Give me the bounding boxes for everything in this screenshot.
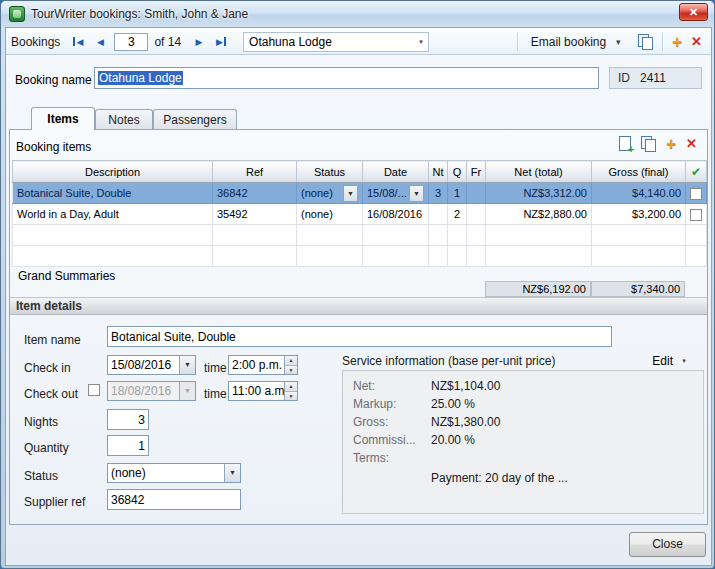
cell-quantity[interactable]: 2 <box>448 204 467 225</box>
spin-down-icon[interactable]: ▼ <box>285 392 297 401</box>
tab-items[interactable]: Items <box>31 107 95 130</box>
table-row-empty[interactable] <box>13 225 707 246</box>
booking-items-label: Booking items <box>16 140 91 154</box>
table-header-row: Description Ref Status Date Nt Q Fr Net … <box>13 161 707 183</box>
check-out-enable-checkbox[interactable] <box>88 384 100 396</box>
toolbar-right-group: Email booking ▾ + ✕ <box>517 28 702 55</box>
app-icon <box>9 6 25 22</box>
tourwriter-bookings-window: TourWriter bookings: Smith, John & Jane … <box>0 0 715 569</box>
select-all-check-icon: ✔ <box>691 165 701 179</box>
booking-selector-value: Otahuna Lodge <box>249 35 414 49</box>
column-header-q[interactable]: Q <box>448 161 467 183</box>
empty-cell <box>686 225 707 246</box>
empty-cell <box>213 225 297 246</box>
cell-nights[interactable]: 3 <box>429 183 448 204</box>
calendar-dropdown-icon[interactable]: ▼ <box>179 356 195 374</box>
cell-date[interactable]: 15/08/...▼ <box>363 183 429 204</box>
window-close-button[interactable]: ✕ <box>679 3 708 21</box>
empty-cell <box>486 246 592 267</box>
edit-label: Edit <box>652 354 673 368</box>
copy-item-icon[interactable] <box>641 136 656 151</box>
row-checkbox[interactable] <box>690 188 702 200</box>
cell-fr[interactable] <box>467 183 486 204</box>
check-in-label: Check in <box>24 361 71 375</box>
supplier-ref-input[interactable] <box>107 489 241 510</box>
add-booking-icon[interactable]: + <box>672 34 682 49</box>
table-row[interactable]: World in a Day, Adult 35492 (none) 16/08… <box>13 204 707 225</box>
check-out-time-picker[interactable]: 11:00 a.m. ▲▼ <box>228 381 298 401</box>
cell-description[interactable]: Botanical Suite, Double <box>13 183 213 204</box>
spin-up-icon[interactable]: ▲ <box>285 382 297 392</box>
column-header-ref[interactable]: Ref <box>213 161 297 183</box>
new-item-icon[interactable] <box>619 136 631 151</box>
copy-booking-icon[interactable] <box>638 34 653 49</box>
title-bar[interactable]: TourWriter bookings: Smith, John & Jane … <box>1 1 714 27</box>
column-header-date[interactable]: Date <box>363 161 429 183</box>
column-header-net[interactable]: Net (total) <box>486 161 592 183</box>
spin-down-icon[interactable]: ▼ <box>285 366 297 375</box>
empty-cell <box>363 246 429 267</box>
quantity-input[interactable] <box>107 435 149 456</box>
cell-gross[interactable]: $3,200.00 <box>592 204 686 225</box>
status-dropdown-icon[interactable]: ▼ <box>343 185 358 202</box>
table-row-selected[interactable]: Botanical Suite, Double 36842 (none)▼ 15… <box>13 183 707 204</box>
column-header-nt[interactable]: Nt <box>429 161 448 183</box>
cell-description[interactable]: World in a Day, Adult <box>13 204 213 225</box>
last-record-button[interactable]: ▶ <box>213 34 229 50</box>
cell-status[interactable]: (none) <box>297 204 363 225</box>
status-value: (none) <box>301 187 343 199</box>
tab-passengers[interactable]: Passengers <box>153 109 237 130</box>
previous-record-button[interactable]: ◀ <box>92 34 108 50</box>
status-select[interactable]: (none) ▼ <box>107 463 241 483</box>
cell-quantity[interactable]: 1 <box>448 183 467 204</box>
item-name-input[interactable] <box>107 326 612 347</box>
booking-items-toolbar: + ✕ <box>619 136 697 151</box>
grand-net-total: NZ$6,192.00 <box>485 281 591 297</box>
spin-up-icon[interactable]: ▲ <box>285 356 297 366</box>
check-out-time-label: time <box>204 387 227 401</box>
check-in-time-picker[interactable]: 2:00 p.m. ▲▼ <box>228 355 298 375</box>
booking-selector-combobox[interactable]: Otahuna Lodge ▾ <box>243 32 429 52</box>
empty-cell <box>213 246 297 267</box>
cell-status[interactable]: (none)▼ <box>297 183 363 204</box>
next-record-button[interactable]: ▶ <box>191 34 207 50</box>
cell-gross[interactable]: $4,140.00 <box>592 183 686 204</box>
date-dropdown-icon[interactable]: ▼ <box>409 185 424 202</box>
booking-name-input[interactable]: Otahuna Lodge <box>94 67 599 89</box>
first-record-button[interactable]: ◀ <box>70 34 86 50</box>
column-header-status[interactable]: Status <box>297 161 363 183</box>
service-info-panel: Net: NZ$1,104.00 Markup: 25.00 % Gross: … <box>342 370 704 514</box>
row-checkbox[interactable] <box>690 209 702 221</box>
column-header-description[interactable]: Description <box>13 161 213 183</box>
delete-item-icon[interactable]: ✕ <box>686 136 697 151</box>
tab-notes[interactable]: Notes <box>95 109 153 130</box>
column-header-check[interactable]: ✔ <box>686 161 707 183</box>
delete-booking-icon[interactable]: ✕ <box>691 34 702 49</box>
chevron-down-icon[interactable]: ▼ <box>224 464 240 482</box>
payment-terms-note: Payment: 20 day of the ... <box>431 471 568 485</box>
cell-check[interactable] <box>686 204 707 225</box>
cell-net[interactable]: NZ$3,312.00 <box>486 183 592 204</box>
check-in-date-picker[interactable]: 15/08/2016 ▼ <box>107 355 196 375</box>
email-booking-button[interactable]: Email booking ▾ <box>527 33 629 51</box>
service-commission-value: 20.00 % <box>431 433 475 447</box>
cell-check[interactable] <box>686 183 707 204</box>
check-in-time-value: 2:00 p.m. <box>229 356 284 374</box>
items-tab-page: Booking items + ✕ Description Ref Status… <box>9 129 708 525</box>
cell-ref[interactable]: 36842 <box>213 183 297 204</box>
close-button[interactable]: Close <box>629 532 706 557</box>
service-commission-label: Commissi... <box>353 433 416 447</box>
cell-ref[interactable]: 35492 <box>213 204 297 225</box>
cell-fr[interactable] <box>467 204 486 225</box>
record-number-input[interactable] <box>114 33 148 51</box>
cell-date[interactable]: 16/08/2016 <box>363 204 429 225</box>
empty-cell <box>363 225 429 246</box>
column-header-gross[interactable]: Gross (final) <box>592 161 686 183</box>
edit-service-button[interactable]: Edit ▾ <box>652 354 691 368</box>
column-header-fr[interactable]: Fr <box>467 161 486 183</box>
add-item-icon[interactable]: + <box>666 136 676 151</box>
nights-input[interactable] <box>107 409 149 430</box>
cell-net[interactable]: NZ$2,880.00 <box>486 204 592 225</box>
table-row-empty[interactable] <box>13 246 707 267</box>
cell-nights[interactable] <box>429 204 448 225</box>
